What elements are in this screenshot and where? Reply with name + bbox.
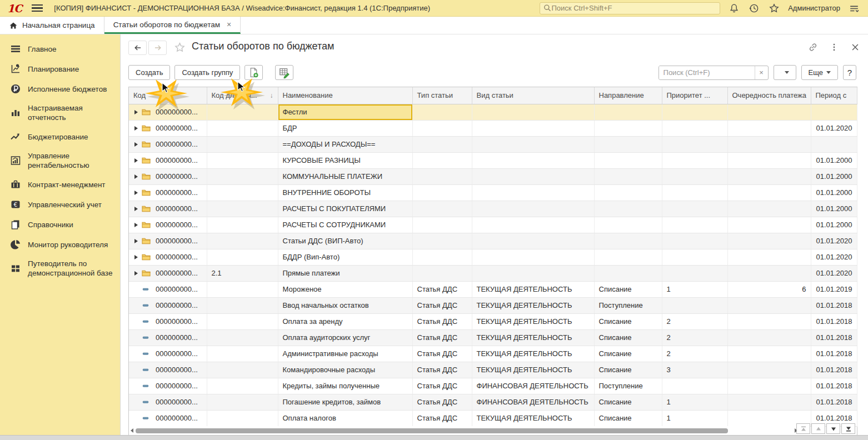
cell-view[interactable] — [472, 136, 594, 152]
cell-type[interactable]: Статья ДДС — [412, 281, 472, 297]
expand-arrow-icon[interactable] — [134, 191, 138, 195]
table-row[interactable]: 000000000...КОММУНАЛЬНЫЕ ПЛАТЕЖИ01.01.20… — [129, 168, 857, 184]
cell-name[interactable]: Прямые платежи — [278, 265, 412, 281]
cell-order[interactable] — [727, 346, 811, 362]
table-row[interactable]: 000000000...МороженоеСтатья ДДСТЕКУЩАЯ Д… — [129, 281, 857, 297]
cell-priority[interactable] — [662, 152, 727, 168]
cell-direction[interactable] — [594, 201, 662, 217]
cell-code2[interactable] — [207, 346, 278, 362]
cell-priority[interactable] — [662, 297, 727, 313]
cell-name[interactable]: Административные расходы — [278, 346, 412, 362]
cell-order[interactable] — [727, 201, 811, 217]
cell-priority[interactable]: 1 — [662, 410, 727, 426]
cell-priority[interactable]: 2 — [662, 329, 727, 346]
table-row[interactable]: 000000000...Оплата налоговСтатья ДДСТЕКУ… — [129, 410, 857, 426]
favorite-page-star-icon[interactable] — [174, 42, 186, 56]
table-row[interactable]: 000000000...==ДОХОДЫ И РАСХОДЫ== — [129, 136, 857, 152]
sidebar-item-chartframe[interactable]: Управление рентабельностью — [0, 147, 120, 174]
cell-period[interactable] — [811, 136, 857, 152]
cell-code[interactable]: 000000000... — [129, 184, 207, 201]
cell-priority[interactable] — [662, 201, 727, 217]
column-header-name[interactable]: Наименование — [278, 87, 412, 104]
get-link-icon[interactable] — [807, 41, 819, 53]
cell-view[interactable]: ТЕКУЩАЯ ДЕЯТЕЛЬНОСТЬ — [472, 313, 594, 329]
create-button[interactable]: Создать — [128, 65, 170, 80]
cell-priority[interactable] — [662, 233, 727, 249]
sidebar-item-pages[interactable]: Справочники — [0, 214, 120, 234]
cell-direction[interactable]: Списание — [594, 329, 662, 346]
cell-code2[interactable] — [207, 201, 278, 217]
list-search-box[interactable]: × — [659, 66, 769, 80]
cell-period[interactable]: 01.01.2018 — [811, 329, 857, 346]
cell-code[interactable]: 000000000... — [129, 120, 207, 136]
cell-direction[interactable] — [594, 217, 662, 233]
cell-type[interactable] — [412, 249, 472, 265]
cell-view[interactable]: ТЕКУЩАЯ ДЕЯТЕЛЬНОСТЬ — [472, 410, 594, 426]
column-header-code2[interactable]: Код для отч...↓ — [207, 87, 278, 104]
cell-type[interactable]: Статья ДДС — [412, 378, 472, 394]
cell-direction[interactable] — [594, 120, 662, 136]
page-up-button[interactable] — [811, 423, 825, 434]
cell-name[interactable]: ==ДОХОДЫ И РАСХОДЫ== — [278, 136, 412, 152]
cell-code2[interactable] — [207, 136, 278, 152]
cell-period[interactable]: 01.01.2019 — [811, 281, 857, 297]
help-button[interactable]: ? — [843, 65, 856, 80]
cell-order[interactable] — [727, 378, 811, 394]
cell-code[interactable]: 000000000... — [129, 136, 207, 152]
cell-order[interactable] — [727, 297, 811, 313]
cell-period[interactable]: 01.01.2000 — [811, 168, 857, 184]
table-row[interactable]: 000000000...Административные расходыСтат… — [129, 346, 857, 362]
cell-code2[interactable] — [207, 152, 278, 168]
cell-direction[interactable]: Списание — [594, 394, 662, 410]
cell-code[interactable]: 000000000... — [129, 394, 207, 410]
cell-code2[interactable] — [207, 394, 278, 410]
cell-name[interactable]: КУРСОВЫЕ РАЗНИЦЫ — [278, 152, 412, 168]
cell-order[interactable] — [727, 168, 811, 184]
sidebar-item-planning[interactable]: Планирование — [0, 59, 120, 79]
cell-type[interactable]: Статья ДДС — [412, 410, 472, 426]
cell-order[interactable] — [727, 233, 811, 249]
column-header-priority[interactable]: Приоритет ... — [662, 87, 727, 104]
table-row[interactable]: 000000000...Оплата аудиторских услугСтат… — [129, 329, 857, 346]
expand-arrow-icon[interactable] — [134, 142, 138, 147]
expand-arrow-icon[interactable] — [134, 174, 138, 179]
cell-code2[interactable] — [207, 184, 278, 201]
cell-period[interactable]: 01.01.2018 — [811, 313, 857, 329]
cell-code2[interactable] — [207, 378, 278, 394]
column-header-order[interactable]: Очередность платежа — [727, 87, 811, 104]
cell-name[interactable]: Фестли — [278, 104, 412, 120]
cell-period[interactable]: 01.01.2018 — [811, 394, 857, 410]
cell-name[interactable]: Оплата налогов — [278, 410, 412, 426]
cell-order[interactable] — [727, 120, 811, 136]
cell-code2[interactable]: 2.1 — [207, 265, 278, 281]
cell-view[interactable] — [472, 201, 594, 217]
cell-period[interactable]: 01.01.2018 — [811, 378, 857, 394]
cell-type[interactable] — [412, 217, 472, 233]
cell-type[interactable] — [412, 184, 472, 201]
edit-table-button[interactable] — [275, 65, 293, 80]
cell-type[interactable]: Статья ДДС — [412, 313, 472, 329]
cell-period[interactable]: 01.01.2020 — [811, 249, 857, 265]
cell-name[interactable]: РАСЧЕТЫ С ПОКУПАТЕЛЯМИ — [278, 201, 412, 217]
cell-type[interactable] — [412, 152, 472, 168]
cell-code2[interactable] — [207, 281, 278, 297]
sidebar-item-menu[interactable]: Главное — [0, 39, 120, 59]
cell-period[interactable]: 01.01.2000 — [811, 152, 857, 168]
cell-code2[interactable] — [207, 233, 278, 249]
main-hamburger-icon[interactable] — [32, 4, 43, 12]
cell-code2[interactable] — [207, 217, 278, 233]
sidebar-item-ruble[interactable]: Исполнение бюджетов — [0, 79, 120, 99]
horizontal-scrollbar[interactable] — [129, 426, 799, 435]
cell-period[interactable]: 01.01.2020 — [811, 233, 857, 249]
cell-view[interactable] — [472, 168, 594, 184]
notifications-bell-icon[interactable] — [728, 2, 740, 14]
cell-direction[interactable]: Поступление — [594, 378, 662, 394]
cell-type[interactable] — [412, 265, 472, 281]
cell-view[interactable] — [472, 152, 594, 168]
cell-view[interactable]: ФИНАНСОВАЯ ДЕЯТЕЛЬНОСТЬ — [472, 378, 594, 394]
cell-period[interactable]: 01.01.2018 — [811, 346, 857, 362]
cell-code[interactable]: 000000000... — [129, 329, 207, 346]
cell-code[interactable]: 000000000... — [129, 313, 207, 329]
cell-type[interactable] — [412, 201, 472, 217]
cell-view[interactable] — [472, 217, 594, 233]
